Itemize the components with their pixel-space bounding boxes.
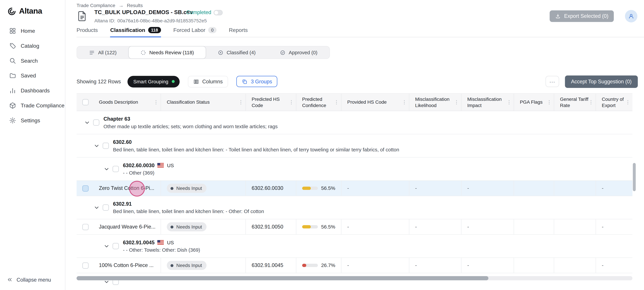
group-checkbox[interactable] bbox=[103, 205, 109, 211]
status-filter-group: All (122) Needs Review (118) Classified … bbox=[77, 46, 330, 59]
table-row[interactable]: Zero Twist Cotton 6-Pi... Needs Input 63… bbox=[77, 181, 632, 196]
tab-bar: Products Classification 118 Forced Labor… bbox=[77, 26, 644, 37]
column-menu-icon[interactable]: ⋮ bbox=[154, 99, 159, 105]
country-of-export-cell: - bbox=[596, 219, 632, 234]
altana-logo[interactable]: Altana bbox=[0, 0, 65, 21]
chevron-down-icon[interactable] bbox=[94, 205, 100, 211]
collapse-menu-button[interactable]: Collapse menu bbox=[0, 276, 65, 290]
altana-id-value: 00a76a16-08bc-48be-a2d9-fd18535752e5 bbox=[118, 18, 207, 23]
column-header-provided-hs-code[interactable]: Provided HS Code⋮ bbox=[342, 94, 410, 111]
group-row[interactable]: Chapter 63 Other made up textile article… bbox=[77, 111, 632, 134]
smart-grouping-toggle[interactable]: Smart Grouping bbox=[128, 76, 180, 87]
sidebar-item-trade-compliance[interactable]: Trade Compliance bbox=[0, 98, 65, 113]
table-row[interactable]: Jacquard Weave 6-Pie... Needs Input 6302… bbox=[77, 219, 632, 235]
group-row[interactable]: 6302.91.0045 US - - Other: Towels: Other… bbox=[77, 235, 632, 258]
filter-classified[interactable]: Classified (4) bbox=[206, 46, 268, 58]
column-header-country-of-export[interactable]: Country of Export⋮ bbox=[596, 94, 632, 111]
package-icon bbox=[9, 102, 16, 109]
group-row[interactable] bbox=[77, 273, 632, 290]
table-row[interactable]: 100% Cotton 6-Piece ... Needs Input 6302… bbox=[77, 258, 632, 273]
column-menu-icon[interactable]: ⋮ bbox=[402, 99, 407, 105]
predicted-confidence-cell: 26.7% bbox=[296, 258, 342, 273]
sidebar-item-dashboards[interactable]: Dashboards bbox=[0, 83, 65, 98]
select-all-checkbox[interactable] bbox=[82, 99, 88, 105]
row-checkbox[interactable] bbox=[82, 224, 88, 230]
group-country: US bbox=[167, 162, 174, 168]
avatar-button[interactable] bbox=[625, 10, 637, 22]
sidebar-item-saved[interactable]: Saved bbox=[0, 68, 65, 83]
filter-needs-review[interactable]: Needs Review (118) bbox=[128, 46, 206, 59]
vertical-scrollbar-thumb[interactable] bbox=[633, 163, 636, 191]
group-description: Bed linen, table linen, toilet linen and… bbox=[113, 208, 264, 214]
sidebar-item-home[interactable]: Home bbox=[0, 23, 65, 38]
columns-button[interactable]: Columns bbox=[188, 76, 228, 87]
column-header-goods-description[interactable]: Goods Description⋮ bbox=[93, 94, 161, 111]
column-header-predicted-hs-code[interactable]: Predicted HS Code⋮ bbox=[246, 94, 296, 111]
group-row[interactable]: 6302.60 Bed linen, table linen, toilet l… bbox=[77, 134, 632, 158]
column-header-classification-status[interactable]: Classification Status⋮ bbox=[161, 94, 246, 111]
column-menu-icon[interactable]: ⋮ bbox=[454, 99, 459, 105]
row-checkbox[interactable] bbox=[82, 262, 88, 268]
filter-approved[interactable]: Approved (0) bbox=[268, 46, 330, 58]
export-selected-button[interactable]: Export Selected (0) bbox=[550, 11, 614, 22]
column-menu-icon[interactable]: ⋮ bbox=[238, 99, 243, 105]
status-toggle[interactable] bbox=[214, 10, 222, 15]
in-progress-icon bbox=[140, 50, 146, 55]
group-row[interactable]: 6302.91 Bed linen, table linen, toilet l… bbox=[77, 196, 632, 219]
accept-top-suggestion-button[interactable]: Accept Top Suggestion (0) bbox=[565, 75, 638, 88]
group-checkbox[interactable] bbox=[112, 243, 119, 249]
group-checkbox[interactable] bbox=[112, 166, 119, 172]
row-checkbox[interactable] bbox=[82, 185, 88, 191]
select-all-cell bbox=[77, 94, 93, 111]
misclassification-impact-cell: - bbox=[462, 219, 514, 234]
list-icon bbox=[89, 50, 95, 55]
predicted-confidence-cell: 56.5% bbox=[296, 219, 342, 234]
breadcrumb-current: Results bbox=[127, 3, 143, 8]
table-header: Goods Description⋮ Classification Status… bbox=[77, 93, 632, 111]
tab-products[interactable]: Products bbox=[77, 26, 98, 37]
group-checkbox[interactable] bbox=[93, 119, 99, 126]
group-checkbox[interactable] bbox=[103, 143, 109, 149]
column-header-misclassification-impact[interactable]: Misclassification Impact⋮ bbox=[462, 94, 514, 111]
column-menu-icon[interactable]: ⋮ bbox=[507, 99, 512, 105]
tab-reports[interactable]: Reports bbox=[229, 26, 248, 37]
column-header-predicted-confidence[interactable]: Predicted Confidence⋮ bbox=[296, 94, 342, 111]
sidebar-item-label: Settings bbox=[21, 117, 40, 123]
sidebar-item-settings[interactable]: Settings bbox=[0, 113, 65, 128]
pga-flags-cell bbox=[514, 258, 554, 273]
misclassification-impact-cell: - bbox=[462, 181, 514, 196]
chevron-down-icon[interactable] bbox=[104, 166, 110, 172]
chevron-down-icon[interactable] bbox=[94, 143, 100, 149]
column-menu-icon[interactable]: ⋮ bbox=[547, 99, 552, 105]
groups-button[interactable]: 3 Groups bbox=[236, 76, 278, 87]
breadcrumb: Trade Compliance → Results bbox=[77, 3, 143, 9]
column-menu-icon[interactable]: ⋮ bbox=[626, 99, 630, 105]
classification-status-cell: Needs Input bbox=[161, 219, 246, 234]
chevron-down-icon[interactable] bbox=[84, 119, 90, 126]
status-pill: Needs Input bbox=[167, 184, 206, 193]
home-icon bbox=[9, 27, 16, 34]
sidebar-item-search[interactable]: Search bbox=[0, 53, 65, 68]
column-header-misclassification-likelihood[interactable]: Misclassification Likelihood⋮ bbox=[410, 94, 462, 111]
groups-icon bbox=[242, 79, 248, 84]
column-header-pga-flags[interactable]: PGA Flags⋮ bbox=[514, 94, 554, 111]
horizontal-scrollbar-thumb[interactable] bbox=[77, 276, 488, 280]
column-menu-icon[interactable]: ⋮ bbox=[334, 99, 339, 105]
group-row[interactable]: 6302.60.0030 US - - Other (369) bbox=[77, 158, 632, 181]
group-text: 6302.91 Bed linen, table linen, toilet l… bbox=[113, 201, 264, 214]
click-indicator bbox=[129, 181, 145, 197]
altana-id: Altana ID: 00a76a16-08bc-48be-a2d9-fd185… bbox=[94, 18, 207, 23]
sidebar-item-catalog[interactable]: Catalog bbox=[0, 38, 65, 53]
status-dot-icon bbox=[170, 264, 174, 267]
status-dot-icon bbox=[170, 225, 174, 228]
tab-classification[interactable]: Classification 118 bbox=[110, 26, 161, 37]
more-options-button[interactable]: ··· bbox=[546, 76, 559, 87]
column-header-general-tariff-rate[interactable]: General Tariff Rate⋮ bbox=[554, 94, 596, 111]
column-menu-icon[interactable]: ⋮ bbox=[588, 99, 594, 105]
chevron-down-icon[interactable] bbox=[104, 243, 110, 249]
breadcrumb-parent[interactable]: Trade Compliance bbox=[77, 3, 116, 8]
general-tariff-rate-cell bbox=[554, 181, 596, 196]
tab-forced-labor[interactable]: Forced Labor 0 bbox=[174, 26, 216, 37]
column-menu-icon[interactable]: ⋮ bbox=[289, 99, 294, 105]
filter-all[interactable]: All (122) bbox=[77, 46, 129, 58]
